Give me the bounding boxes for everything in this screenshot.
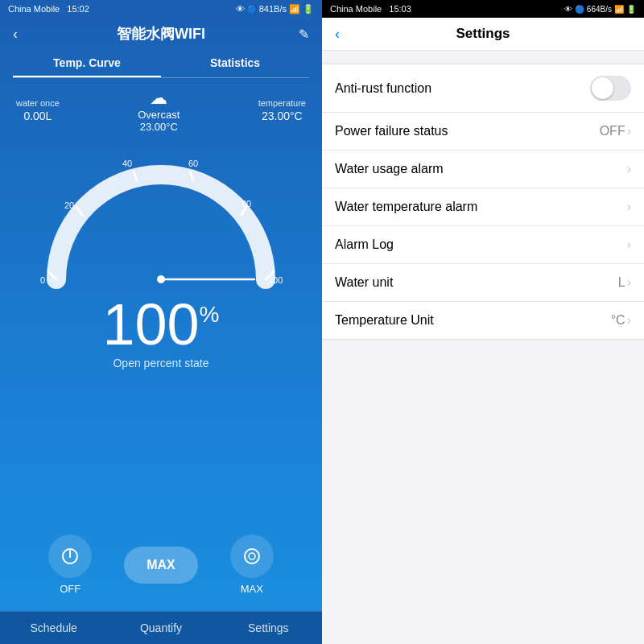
nav-quantify[interactable]: Quantify bbox=[107, 612, 214, 644]
right-back-button[interactable]: ‹ bbox=[335, 26, 340, 43]
left-status-bar: China Mobile 15:02 👁 🔵 841B/s 📶 🔋 bbox=[0, 0, 322, 18]
water-unit-label: Water unit bbox=[335, 275, 393, 290]
water-usage-label: Water usage alarm bbox=[335, 162, 444, 176]
svg-text:40: 40 bbox=[122, 159, 132, 168]
right-carrier-time: China Mobile 15:03 bbox=[330, 4, 411, 14]
nav-settings[interactable]: Settings bbox=[215, 612, 322, 644]
info-row: water once 0.00L ☁ Overcast 23.00°C temp… bbox=[0, 78, 322, 142]
water-unit-value: L › bbox=[618, 275, 631, 290]
alarm-log-chevron: › bbox=[627, 237, 631, 252]
svg-point-16 bbox=[245, 549, 259, 564]
svg-text:0: 0 bbox=[40, 275, 45, 285]
status-icons: 👁 🔵 841B/s 📶 🔋 bbox=[236, 4, 314, 14]
carrier-time: China Mobile 15:02 bbox=[8, 4, 89, 14]
settings-row-water-temp[interactable]: Water temperature alarm › bbox=[322, 188, 644, 226]
water-temp-chevron: › bbox=[627, 200, 631, 214]
tab-statistics[interactable]: Statistics bbox=[161, 50, 309, 77]
right-header: ‹ Settings bbox=[322, 18, 644, 51]
right-battery-icon: 🔋 bbox=[626, 5, 636, 14]
alarm-log-label: Alarm Log bbox=[335, 237, 394, 252]
settings-title: Settings bbox=[335, 26, 631, 42]
weather-info: ☁ Overcast 23.00°C bbox=[138, 88, 180, 133]
right-status-bar: China Mobile 15:03 👁 🔵 664B/s 📶 🔋 bbox=[322, 0, 644, 18]
antirust-label: Anti-rust function bbox=[335, 81, 431, 96]
svg-text:80: 80 bbox=[242, 199, 251, 208]
power-failure-value: OFF › bbox=[600, 124, 631, 138]
percent-display: 100 % Open percent state bbox=[0, 295, 322, 369]
max-icon-circle bbox=[230, 535, 274, 578]
right-panel: China Mobile 15:03 👁 🔵 664B/s 📶 🔋 ‹ Sett… bbox=[322, 0, 644, 644]
settings-row-water-usage[interactable]: Water usage alarm › bbox=[322, 151, 644, 188]
svg-text:100: 100 bbox=[268, 275, 283, 285]
max-icon bbox=[242, 547, 262, 566]
svg-point-17 bbox=[249, 553, 255, 559]
power-failure-chevron: › bbox=[627, 124, 631, 138]
settings-section: Anti-rust function Power failure status … bbox=[322, 64, 644, 340]
eye-icon: 👁 bbox=[236, 4, 245, 14]
antirust-toggle[interactable] bbox=[590, 76, 631, 101]
right-eye-icon: 👁 bbox=[564, 5, 572, 14]
bluetooth-icon: 🔵 bbox=[247, 5, 257, 14]
edit-button[interactable]: ✎ bbox=[299, 27, 309, 42]
water-once-info: water once 0.00L bbox=[16, 98, 60, 122]
battery-icon: 🔋 bbox=[303, 4, 314, 14]
wifi-icon: 📶 bbox=[289, 4, 300, 14]
water-temp-label: Water temperature alarm bbox=[335, 200, 477, 214]
weather-icon: ☁ bbox=[150, 88, 167, 109]
right-status-icons: 👁 🔵 664B/s 📶 🔋 bbox=[564, 5, 636, 14]
gauge-container: 0 20 40 60 80 100 bbox=[8, 142, 314, 303]
controls-row: OFF MAX MAX bbox=[0, 518, 322, 611]
power-failure-label: Power failure status bbox=[335, 124, 448, 138]
percent-sign: % bbox=[200, 303, 220, 326]
temp-unit-value: °C › bbox=[611, 313, 631, 328]
power-off-icon bbox=[60, 547, 80, 566]
nav-schedule[interactable]: Schedule bbox=[0, 612, 107, 644]
settings-row-power-failure[interactable]: Power failure status OFF › bbox=[322, 113, 644, 151]
left-panel: China Mobile 15:02 👁 🔵 841B/s 📶 🔋 ‹ 智能水阀… bbox=[0, 0, 322, 644]
back-button[interactable]: ‹ bbox=[13, 26, 18, 43]
right-bluetooth-icon: 🔵 bbox=[575, 5, 584, 14]
right-wifi-icon: 📶 bbox=[614, 5, 624, 14]
water-unit-chevron: › bbox=[627, 275, 631, 290]
tab-temp-curve[interactable]: Temp. Curve bbox=[13, 50, 161, 77]
max-right-button[interactable]: MAX bbox=[230, 535, 274, 595]
bottom-nav: Schedule Quantify Settings bbox=[0, 611, 322, 644]
settings-row-alarm-log[interactable]: Alarm Log › bbox=[322, 226, 644, 264]
temperature-info: temperature 23.00°C bbox=[258, 98, 306, 122]
settings-row-water-unit[interactable]: Water unit L › bbox=[322, 264, 644, 302]
percent-value: 100 % bbox=[102, 295, 219, 353]
percent-label: Open percent state bbox=[113, 357, 208, 369]
gauge-svg: 0 20 40 60 80 100 bbox=[32, 142, 290, 303]
settings-row-temp-unit[interactable]: Temperature Unit °C › bbox=[322, 302, 644, 339]
svg-text:20: 20 bbox=[64, 200, 74, 210]
device-title: 智能水阀WIFI bbox=[117, 24, 205, 43]
toggle-thumb bbox=[592, 77, 613, 99]
temp-unit-chevron: › bbox=[627, 313, 631, 328]
left-header: ‹ 智能水阀WIFI ✎ bbox=[0, 18, 322, 50]
empty-area bbox=[322, 340, 644, 644]
temp-unit-label: Temperature Unit bbox=[335, 313, 434, 328]
water-usage-chevron: › bbox=[627, 162, 631, 176]
max-center-button[interactable]: MAX bbox=[124, 547, 198, 584]
off-icon-circle bbox=[48, 535, 92, 578]
off-button[interactable]: OFF bbox=[48, 535, 92, 595]
settings-row-antirust[interactable]: Anti-rust function bbox=[322, 64, 644, 113]
left-tabs: Temp. Curve Statistics bbox=[13, 50, 309, 78]
svg-point-13 bbox=[157, 275, 165, 283]
svg-text:60: 60 bbox=[188, 159, 198, 168]
